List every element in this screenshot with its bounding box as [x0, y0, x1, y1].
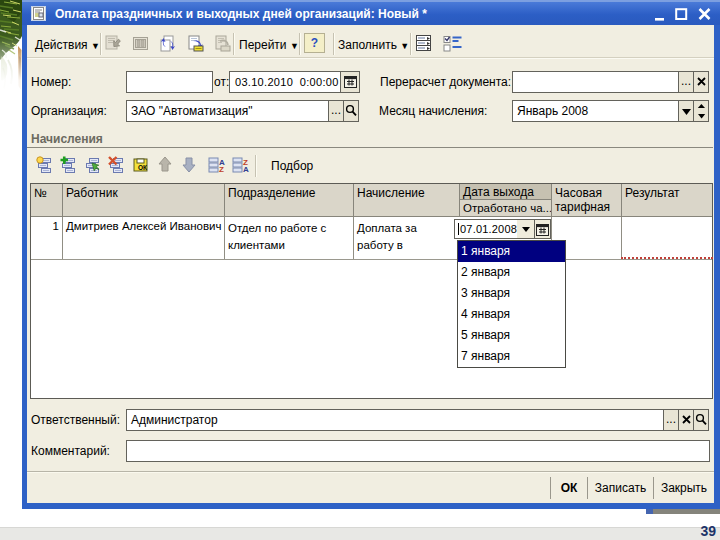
svg-text:Z: Z [219, 165, 224, 173]
svg-text:A: A [243, 165, 249, 173]
svg-text:ОК: ОК [138, 164, 147, 171]
